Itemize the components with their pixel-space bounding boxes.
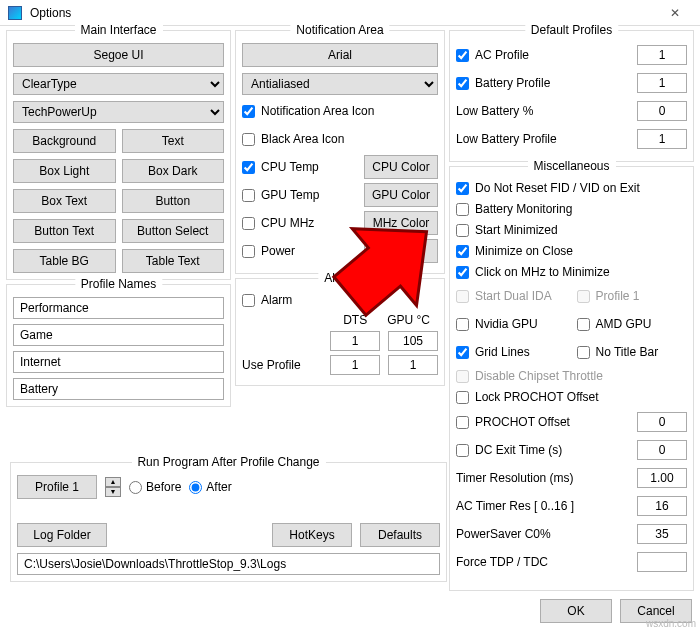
color-button[interactable]: Button Text <box>13 219 116 243</box>
before-radio[interactable]: Before <box>129 480 181 494</box>
hotkeys-button[interactable]: HotKeys <box>272 523 352 547</box>
misc-label: Start Minimized <box>475 223 558 237</box>
color-button[interactable]: P Color <box>364 239 438 263</box>
legend: Notification Area <box>290 23 389 37</box>
misc-checkbox[interactable] <box>456 318 469 331</box>
misc-checkbox[interactable] <box>456 346 469 359</box>
misc-checkbox[interactable] <box>577 318 590 331</box>
notif-label: CPU MHz <box>261 216 314 230</box>
ok-button[interactable]: OK <box>540 599 612 623</box>
misc-value[interactable]: 0 <box>637 412 687 432</box>
misc-label: No Title Bar <box>596 345 659 359</box>
gpu-value[interactable]: 105 <box>388 331 438 351</box>
misc-label: Timer Resolution (ms) <box>456 471 574 485</box>
color-button[interactable]: Box Dark <box>122 159 225 183</box>
color-button[interactable]: MHz Color <box>364 211 438 235</box>
use-profile-2[interactable]: 1 <box>388 355 438 375</box>
misc-label: Minimize on Close <box>475 244 573 258</box>
misc-checkbox[interactable] <box>456 203 469 216</box>
default-profiles-group: Default Profiles AC Profile1Battery Prof… <box>449 30 694 162</box>
color-button[interactable]: Button <box>122 189 225 213</box>
dp-checkbox[interactable] <box>456 49 469 62</box>
dp-label: Low Battery Profile <box>456 132 557 146</box>
gpu-label: GPU °C <box>387 313 430 327</box>
after-radio[interactable]: After <box>189 480 231 494</box>
misc-label: DC Exit Time (s) <box>475 443 562 457</box>
misc-checkbox[interactable] <box>456 245 469 258</box>
misc-checkbox <box>456 370 469 383</box>
legend: Run Program After Profile Change <box>131 455 325 469</box>
misc-label: Profile 1 <box>596 289 640 303</box>
app-icon <box>8 6 22 20</box>
notif-checkbox[interactable] <box>242 133 255 146</box>
profile-button[interactable]: Profile 1 <box>17 475 97 499</box>
font-button[interactable]: Segoe UI <box>13 43 224 67</box>
log-folder-button[interactable]: Log Folder <box>17 523 107 547</box>
defaults-button[interactable]: Defaults <box>360 523 440 547</box>
dp-value[interactable]: 1 <box>637 45 687 65</box>
notif-label: Power <box>261 244 295 258</box>
misc-value[interactable]: 35 <box>637 524 687 544</box>
run-program-group: Run Program After Profile Change Profile… <box>10 462 447 582</box>
dp-label: AC Profile <box>475 48 529 62</box>
misc-label: Force TDP / TDC <box>456 555 548 569</box>
dp-value[interactable]: 0 <box>637 101 687 121</box>
dts-value[interactable]: 1 <box>330 331 380 351</box>
color-button[interactable]: CPU Color <box>364 155 438 179</box>
misc-checkbox[interactable] <box>456 416 469 429</box>
misc-checkbox[interactable] <box>456 391 469 404</box>
notif-label: Notification Area Icon <box>261 104 374 118</box>
misc-value[interactable] <box>637 552 687 572</box>
legend: Main Interface <box>74 23 162 37</box>
legend: Default Profiles <box>525 23 618 37</box>
color-button[interactable]: Text <box>122 129 225 153</box>
profile-name-input[interactable] <box>13 378 224 400</box>
notif-checkbox[interactable] <box>242 161 255 174</box>
use-profile-1[interactable]: 1 <box>330 355 380 375</box>
profile-spinner[interactable]: ▲▼ <box>105 477 121 497</box>
notif-checkbox[interactable] <box>242 217 255 230</box>
profile-name-input[interactable] <box>13 351 224 373</box>
color-button[interactable]: Background <box>13 129 116 153</box>
misc-checkbox[interactable] <box>456 266 469 279</box>
notification-group: Notification Area Arial Antialiased Noti… <box>235 30 445 274</box>
misc-label: PROCHOT Offset <box>475 415 570 429</box>
misc-value[interactable]: 1.00 <box>637 468 687 488</box>
path-input[interactable] <box>17 553 440 575</box>
misc-label: Battery Monitoring <box>475 202 572 216</box>
misc-checkbox[interactable] <box>456 224 469 237</box>
color-button[interactable]: Box Light <box>13 159 116 183</box>
color-button[interactable]: Table Text <box>122 249 225 273</box>
dp-checkbox[interactable] <box>456 77 469 90</box>
color-button[interactable]: GPU Color <box>364 183 438 207</box>
watermark: wsxdn.com <box>646 618 696 629</box>
dp-value[interactable]: 1 <box>637 129 687 149</box>
notif-label: Black Area Icon <box>261 132 344 146</box>
misc-label: Lock PROCHOT Offset <box>475 390 599 404</box>
misc-checkbox[interactable] <box>456 444 469 457</box>
notif-checkbox[interactable] <box>242 245 255 258</box>
theme-select[interactable]: TechPowerUp <box>13 101 224 123</box>
color-button[interactable]: Table BG <box>13 249 116 273</box>
render-select[interactable]: Antialiased <box>242 73 438 95</box>
notif-checkbox[interactable] <box>242 189 255 202</box>
color-button[interactable]: Box Text <box>13 189 116 213</box>
misc-checkbox[interactable] <box>456 182 469 195</box>
misc-value[interactable]: 0 <box>637 440 687 460</box>
misc-label: AC Timer Res [ 0..16 ] <box>456 499 574 513</box>
misc-label: Disable Chipset Throttle <box>475 369 603 383</box>
dts-label: DTS <box>343 313 367 327</box>
profile-names-group: Profile Names <box>6 284 231 407</box>
alarm-checkbox[interactable] <box>242 294 255 307</box>
close-icon[interactable]: ✕ <box>658 6 692 20</box>
misc-value[interactable]: 16 <box>637 496 687 516</box>
font-button[interactable]: Arial <box>242 43 438 67</box>
misc-checkbox[interactable] <box>577 346 590 359</box>
profile-name-input[interactable] <box>13 324 224 346</box>
notif-checkbox[interactable] <box>242 105 255 118</box>
notif-label: CPU Temp <box>261 160 319 174</box>
render-select[interactable]: ClearType <box>13 73 224 95</box>
profile-name-input[interactable] <box>13 297 224 319</box>
color-button[interactable]: Button Select <box>122 219 225 243</box>
dp-value[interactable]: 1 <box>637 73 687 93</box>
